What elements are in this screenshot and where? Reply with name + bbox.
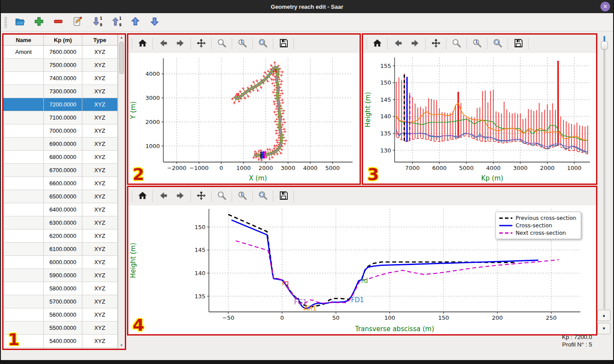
toolbar-separator — [425, 38, 426, 49]
svg-text:3000: 3000 — [145, 95, 160, 101]
svg-text:135: 135 — [194, 293, 205, 300]
forward-button[interactable] — [408, 37, 423, 50]
toolbar-separator — [132, 38, 132, 49]
table-row[interactable]: 6300.0000XYZ — [4, 216, 118, 230]
table-row[interactable]: 6000.0000XYZ — [4, 256, 118, 269]
cell-name — [4, 256, 44, 269]
svg-text:150: 150 — [438, 315, 449, 321]
toolbar-grip-handle[interactable] — [4, 17, 7, 28]
scroll-down-icon[interactable]: ▼ — [118, 343, 125, 349]
move-section-up-button[interactable] — [128, 15, 143, 29]
table-row[interactable]: 6100.0000XYZ — [4, 243, 118, 256]
zoom-button[interactable] — [449, 37, 464, 50]
save-button[interactable] — [511, 37, 526, 50]
pan-button[interactable] — [194, 190, 208, 203]
table-row[interactable]: 6900.0000XYZ — [4, 138, 118, 151]
table-row[interactable]: 5500.0000XYZ — [4, 322, 118, 335]
remove-section-button[interactable] — [51, 15, 66, 29]
table-row[interactable]: 6500.0000XYZ — [4, 190, 118, 203]
cell-kp: 7000.0000 — [44, 124, 82, 138]
edit-section-button[interactable] — [70, 15, 85, 29]
sort-ascending-button[interactable]: 19 — [109, 15, 124, 29]
back-button[interactable] — [155, 190, 170, 203]
sort-descending-button[interactable]: 19 — [89, 15, 104, 29]
column-header-name[interactable]: Name — [4, 35, 44, 45]
table-row[interactable]: 7400.0000XYZ — [4, 72, 118, 85]
table-row[interactable]: 6400.0000XYZ — [4, 203, 118, 216]
table-row[interactable]: 6800.0000XYZ — [4, 151, 118, 164]
svg-text:−1000: −1000 — [189, 165, 208, 171]
open-folder-button[interactable] — [12, 15, 27, 29]
toolbar-separator — [293, 38, 294, 49]
zoom-fit-button[interactable] — [255, 37, 270, 50]
pan-button[interactable] — [428, 37, 443, 50]
profile-up-button[interactable]: ▲ — [597, 310, 610, 321]
plan-view-plot[interactable]: −2000−1000010002000300040005000100020003… — [128, 53, 360, 185]
zoom-original-button[interactable]: 1 — [235, 190, 250, 203]
table-row[interactable]: 5600.0000XYZ — [4, 308, 118, 322]
cell-type: XYZ — [82, 243, 118, 256]
table-row[interactable]: 5800.0000XYZ — [4, 282, 118, 295]
zoom-original-button[interactable]: 1 — [235, 37, 250, 50]
legend-label: Next cross-section — [515, 230, 566, 236]
table-row[interactable]: 6700.0000XYZ — [4, 164, 118, 177]
zoom-button[interactable] — [214, 37, 229, 50]
pan-icon — [196, 191, 206, 202]
toolbar-separator — [211, 191, 212, 202]
table-row[interactable] — [4, 348, 118, 349]
forward-button[interactable] — [173, 37, 188, 50]
slider-track[interactable] — [603, 36, 605, 309]
pan-button[interactable] — [194, 37, 208, 50]
table-row[interactable]: Amont7600.0000XYZ — [4, 46, 118, 59]
cell-kp: 5500.0000 — [44, 322, 82, 335]
cell-type: XYZ — [82, 256, 118, 269]
panel-plan-view: 1 −2000−10000100020003000400050001000200… — [127, 33, 361, 185]
table-row[interactable]: 6600.0000XYZ — [4, 177, 118, 190]
cell-name — [4, 98, 44, 111]
back-button[interactable] — [155, 37, 170, 50]
toolbar-separator — [191, 38, 191, 49]
toolbar-separator — [293, 191, 294, 202]
home-button[interactable] — [135, 37, 150, 50]
table-row[interactable]: 7300.0000XYZ — [4, 85, 118, 98]
zoom-original-button[interactable]: 1 — [469, 37, 484, 50]
table-row[interactable]: 7200.0000XYZ — [4, 98, 118, 111]
cell-name — [4, 138, 44, 151]
table-row[interactable]: 5700.0000XYZ — [4, 295, 118, 308]
table-row[interactable]: 5900.0000XYZ — [4, 269, 118, 282]
slider-handle[interactable] — [601, 41, 608, 49]
svg-text:1: 1 — [119, 17, 121, 21]
forward-icon — [410, 38, 420, 49]
zoom-fit-button[interactable] — [490, 37, 505, 50]
scrollbar-thumb[interactable] — [119, 42, 124, 74]
table-row[interactable]: 7500.0000XYZ — [4, 59, 118, 72]
cell-type: XYZ — [82, 59, 118, 72]
status-kp: Kp : 7200.0 — [562, 333, 592, 341]
forward-button[interactable] — [173, 190, 188, 203]
profile-down-button[interactable]: ▼ — [597, 323, 610, 334]
table-row[interactable]: 5400.0000XYZ — [4, 335, 118, 348]
cell-type — [82, 348, 118, 349]
zoom-icon — [452, 38, 462, 49]
table-row[interactable]: 6200.0000XYZ — [4, 230, 118, 243]
table-scrollbar[interactable]: ▲ ▼ — [118, 35, 125, 349]
back-button[interactable] — [390, 37, 405, 50]
zoom-button[interactable] — [214, 190, 229, 203]
svg-text:200: 200 — [492, 315, 503, 321]
column-header-type[interactable]: Type — [82, 35, 118, 45]
table-row[interactable]: 7000.0000XYZ — [4, 124, 118, 138]
longitudinal-plot[interactable]: 7000600050004000300020001000130135140145… — [363, 53, 596, 185]
table-row[interactable]: 7100.0000XYZ — [4, 111, 118, 124]
save-button[interactable] — [276, 37, 291, 50]
home-button[interactable] — [135, 190, 150, 203]
close-button[interactable]: ✕ — [600, 2, 610, 11]
scroll-up-icon[interactable]: ▲ — [118, 35, 125, 41]
profile-slider[interactable] — [600, 36, 609, 309]
cell-name — [4, 190, 44, 203]
add-section-button[interactable] — [32, 15, 46, 29]
home-button[interactable] — [370, 37, 385, 50]
save-button[interactable] — [276, 190, 291, 203]
move-section-down-button[interactable] — [147, 15, 162, 29]
column-header-kp-m[interactable]: Kp (m) — [44, 35, 82, 45]
zoom-fit-button[interactable] — [255, 190, 270, 203]
